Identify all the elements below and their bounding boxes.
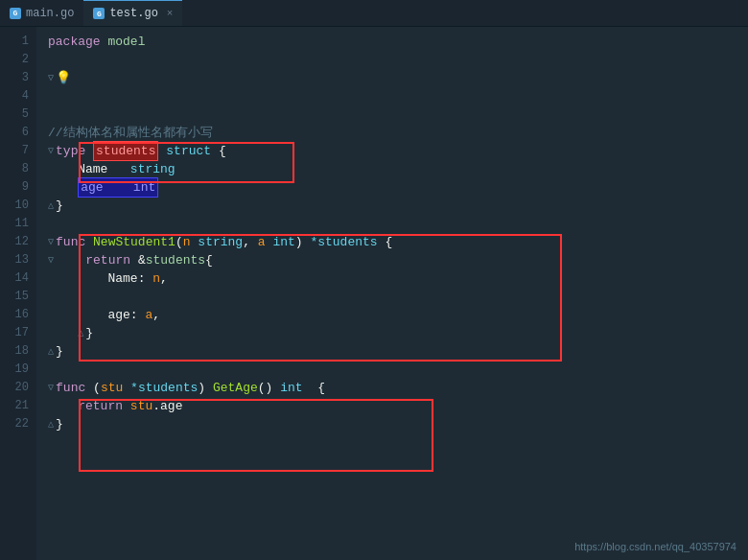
keyword-type: type <box>56 142 85 160</box>
tab-bar: G main.go G test.go × <box>0 0 748 27</box>
func-new-student: NewStudent1 <box>93 233 175 251</box>
fold-return: ▽ <box>48 251 54 269</box>
fold-close-return: △ <box>78 324 83 342</box>
code-line-18: △} <box>48 342 736 361</box>
code-line-2 <box>48 51 736 69</box>
fold-close-method: △ <box>48 415 54 433</box>
go-file-icon: G <box>10 8 21 19</box>
fold-method: ▽ <box>48 379 54 397</box>
package-name: model <box>107 33 145 51</box>
comment-text: //结构体名和属性名都有小写 <box>48 124 213 142</box>
code-line-1: package model <box>48 33 736 51</box>
code-line-8: Name string <box>48 160 736 178</box>
code-line-14: Name: n, <box>48 269 736 288</box>
tab-test-go-label: test.go <box>109 7 157 20</box>
code-line-9: age int <box>48 178 736 197</box>
field-name-name: Name <box>78 160 107 178</box>
field-type-string: string <box>130 160 175 178</box>
code-line-13: ▽ return &students{ <box>48 251 736 269</box>
code-line-5 <box>48 105 736 124</box>
code-line-17: △} <box>48 324 736 342</box>
close-brace-struct: } <box>56 197 63 215</box>
code-line-20: ▽func (stu *students) GetAge() int { <box>48 379 736 397</box>
editor-area: 1 2 3 4 5 6 7 8 9 10 11 12 13 14 15 16 1… <box>0 27 748 560</box>
tab-main-go-label: main.go <box>26 7 74 20</box>
code-line-7: ▽type students struct { <box>48 142 736 160</box>
code-line-21: return stu.age <box>48 397 736 415</box>
go-file-icon-2: G <box>93 8 105 19</box>
code-line-4 <box>48 87 736 105</box>
code-line-16: age: a, <box>48 306 736 324</box>
fold-icon-struct: ▽ <box>48 142 54 160</box>
code-line-6: //结构体名和属性名都有小写 <box>48 124 736 142</box>
watermark: https://blog.csdn.net/qq_40357974 <box>574 541 736 552</box>
keyword-return-2: return <box>78 397 123 415</box>
code-line-22: △} <box>48 415 736 433</box>
code-line-15 <box>48 288 736 306</box>
code-line-19 <box>48 361 736 379</box>
fold-icon: ▽ <box>48 69 54 87</box>
keyword-func-2: func <box>56 379 85 397</box>
tab-main-go[interactable]: G main.go <box>0 0 83 26</box>
tab-test-go[interactable]: G test.go × <box>83 0 182 26</box>
keyword-func-1: func <box>56 233 85 251</box>
fold-close-func1: △ <box>48 342 54 361</box>
struct-name-highlighted: students <box>93 141 158 161</box>
keyword-package: package <box>48 33 101 51</box>
code-line-10: △} <box>48 197 736 215</box>
tab-close-icon[interactable]: × <box>167 8 174 19</box>
open-brace: { <box>211 142 226 160</box>
lightbulb-icon: 💡 <box>56 69 71 87</box>
keyword-return-1: return <box>85 251 130 269</box>
keyword-struct: struct <box>166 142 211 160</box>
code-line-11 <box>48 215 736 233</box>
fold-close-struct: △ <box>48 197 54 215</box>
code-line-12: ▽func NewStudent1(n string, a int) *stud… <box>48 233 736 251</box>
line-numbers: 1 2 3 4 5 6 7 8 9 10 11 12 13 14 15 16 1… <box>0 27 36 560</box>
code-line-3: ▽💡 <box>48 69 736 87</box>
field-age-highlighted: age int <box>78 177 158 198</box>
code-area[interactable]: package model ▽💡 //结构体名和属性名都有小写 ▽type st… <box>36 27 748 560</box>
fold-func1: ▽ <box>48 233 54 251</box>
